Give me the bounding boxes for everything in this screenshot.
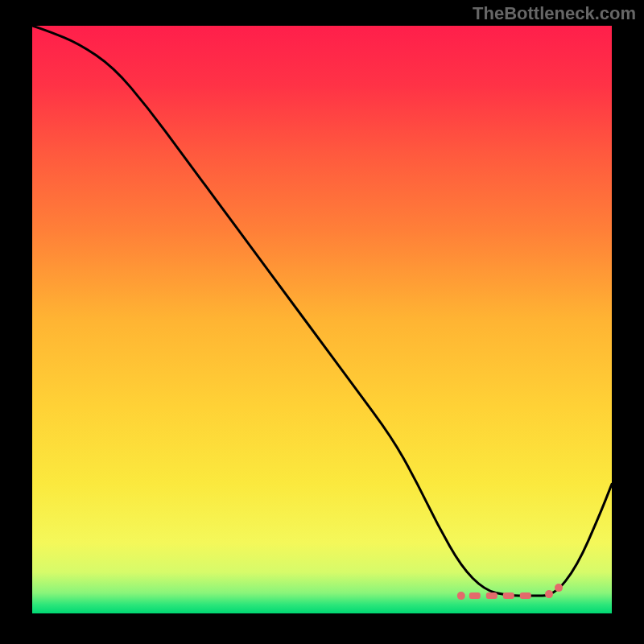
bottleneck-chart (32, 26, 612, 613)
svg-point-1 (457, 592, 465, 600)
svg-point-7 (555, 584, 563, 592)
svg-rect-5 (520, 592, 531, 599)
svg-rect-3 (486, 592, 497, 599)
svg-rect-2 (469, 592, 481, 599)
svg-rect-4 (503, 592, 514, 599)
svg-point-6 (545, 590, 553, 598)
attribution-text: TheBottleneck.com (473, 3, 636, 24)
svg-rect-0 (32, 26, 612, 613)
